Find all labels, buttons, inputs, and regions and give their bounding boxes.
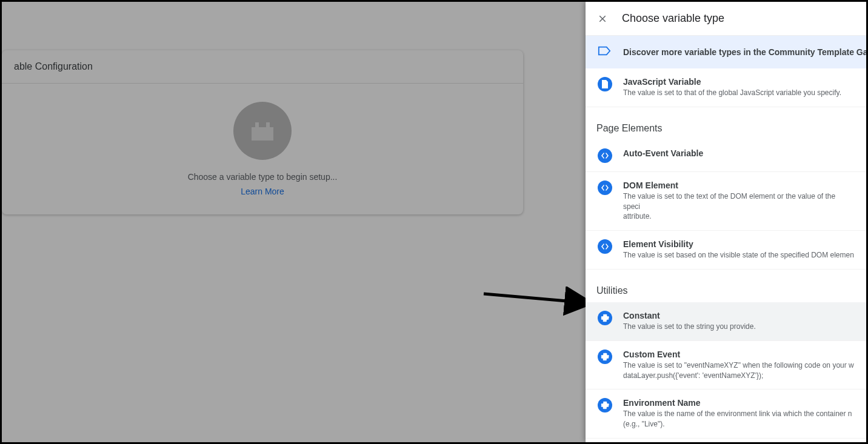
panel-title: Choose variable type: [622, 12, 724, 25]
variable-type-ga-settings[interactable]: Google Analytics Settings This variable …: [586, 439, 866, 442]
section-utilities: Utilities: [586, 270, 866, 302]
document-icon: [598, 77, 612, 91]
item-desc: The value is set to the string you provi…: [623, 322, 854, 332]
community-template-banner[interactable]: Discover more variable types in the Comm…: [586, 36, 866, 68]
variable-type-panel: Choose variable type Discover more varia…: [586, 2, 866, 442]
section-page-elements: Page Elements: [586, 107, 866, 140]
item-desc: The value is set to "eventNameXYZ" when …: [623, 360, 854, 381]
item-title: Constant: [623, 311, 854, 320]
code-icon: [598, 148, 612, 163]
item-title: JavaScript Variable: [623, 77, 854, 87]
item-title: Environment Name: [623, 398, 854, 408]
item-desc: The value is set to the text of the DOM …: [623, 191, 854, 222]
close-button[interactable]: [595, 12, 610, 26]
variable-type-javascript-variable[interactable]: JavaScript Variable The value is set to …: [586, 68, 866, 107]
banner-text: Discover more variable types in the Comm…: [623, 47, 866, 57]
gear-icon: [598, 350, 612, 364]
code-icon: [598, 239, 612, 254]
variable-type-environment-name[interactable]: Environment Name The value is the name o…: [586, 389, 866, 439]
variable-type-auto-event[interactable]: Auto-Event Variable: [586, 140, 866, 172]
variable-type-element-visibility[interactable]: Element Visibility The value is set base…: [586, 231, 866, 270]
code-icon: [598, 181, 612, 195]
variable-type-list[interactable]: JavaScript Variable The value is set to …: [586, 68, 866, 442]
close-icon: [597, 13, 608, 24]
gear-icon: [598, 311, 612, 325]
variable-type-dom-element[interactable]: DOM Element The value is set to the text…: [586, 172, 866, 231]
variable-type-custom-event[interactable]: Custom Event The value is set to "eventN…: [586, 341, 866, 390]
item-title: Custom Event: [623, 350, 854, 359]
item-title: Element Visibility: [623, 239, 854, 249]
gear-icon: [598, 398, 612, 413]
item-desc: The value is set based on the visible st…: [623, 250, 854, 260]
item-desc: The value is the name of the environment…: [623, 409, 854, 429]
item-desc: The value is set to that of the global J…: [623, 88, 854, 98]
tag-icon: [598, 45, 611, 59]
item-title: DOM Element: [623, 181, 854, 190]
panel-header: Choose variable type: [586, 2, 866, 36]
variable-type-constant[interactable]: Constant The value is set to the string …: [586, 302, 866, 341]
item-title: Auto-Event Variable: [623, 148, 854, 158]
